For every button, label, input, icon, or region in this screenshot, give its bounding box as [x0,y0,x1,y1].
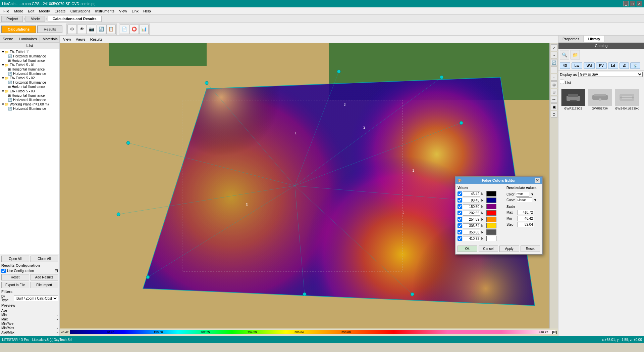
fce-apply-btn[interactable]: Apply [499,246,519,252]
vp-icon-10[interactable]: ⊙ [551,111,557,118]
fce-curve-arrow[interactable]: ▼ [534,198,537,202]
vp-icon-8[interactable]: ✏ [551,96,557,103]
fce-color-7[interactable] [486,236,496,241]
titlebar-controls[interactable]: _ □ ✕ [623,1,642,6]
vp-icon-3[interactable]: 🔄 [551,59,557,66]
fce-check-6[interactable] [458,230,462,234]
menu-modify[interactable]: Modify [37,8,52,14]
fce-step-input[interactable] [517,222,534,227]
config-icon[interactable]: ⊟ [55,268,58,273]
fce-curve-input[interactable] [517,197,532,202]
fce-max-input[interactable] [517,210,534,215]
tree-expand[interactable]: ▼ [1,63,5,67]
format-btn-print[interactable]: 🖨 [620,62,629,69]
tree-expand[interactable]: ▼ [1,102,5,106]
tb-btn-5[interactable]: 📋 [106,25,116,34]
vp-icon-1[interactable]: ⤢ [551,44,557,51]
menu-link[interactable]: Link [130,8,141,14]
fce-input-1[interactable] [463,198,480,203]
fce-check-1[interactable] [458,198,462,203]
format-btn-pv[interactable]: PV [596,62,606,69]
tb-btn-3[interactable]: 📷 [87,25,96,34]
left-tab-materials[interactable]: Materials [40,36,60,42]
tb-btn-4[interactable]: 🔄 [97,25,106,34]
tree-item-11[interactable]: 🔄Horizontal Illuminance [1,98,59,102]
tree-item-8[interactable]: ⊞Horizontal Illuminance [1,85,59,89]
fce-check-0[interactable] [458,191,462,196]
fce-color-input[interactable] [516,192,529,196]
format-btn-signal[interactable]: 📡 [630,62,640,69]
menu-calculations[interactable]: Calculations [68,8,93,14]
tree-expand[interactable]: ▼ [1,50,5,54]
open-all-btn[interactable]: Open All [1,256,29,262]
vp-icon-7[interactable]: ⊞ [551,89,557,95]
tree-expand[interactable]: ▼ [1,76,5,80]
tb-btn-2[interactable]: 👁 [77,25,87,34]
tb-btn-6[interactable]: 📄 [120,25,129,34]
fce-color-2[interactable] [486,204,496,209]
reset-btn[interactable]: Reset [1,274,29,280]
vp-icon-4[interactable]: + [551,67,557,73]
filter-type-select[interactable]: [Surf / Zoom / Calc-Obs] [14,296,58,301]
fce-input-5[interactable] [463,223,480,228]
tree-item-4[interactable]: ⊞Horizontal Illuminance [1,67,59,72]
right-tab-properties[interactable]: Properties [558,36,584,42]
tree-item-12[interactable]: ▼📁Working Plane (h=1.00 m) [1,102,59,106]
tb-btn-8[interactable]: 📊 [139,25,149,34]
fce-color-5[interactable] [486,223,496,228]
fce-check-3[interactable] [458,211,462,215]
viewport[interactable]: View Views Results 46.42 98.46 150.50 20… [60,36,558,336]
menu-view[interactable]: View [117,8,129,14]
tree-item-6[interactable]: ▼📁Eh- Fútbol 5 - 02 [1,76,59,80]
vp-icon-9[interactable]: ▣ [551,103,557,110]
close-btn[interactable]: ✕ [637,1,642,6]
menu-mode[interactable]: Mode [12,8,25,14]
fce-input-4[interactable] [463,217,480,222]
tree-item-2[interactable]: ⊞Horizontal Illuminance [1,58,59,63]
tree-item-3[interactable]: ▼📁Eh- Fútbol 5 - 01 [1,63,59,67]
tree-item-0[interactable]: ▼📁Eh- Fútbol 11 [1,50,59,54]
menu-create[interactable]: Create [53,8,68,14]
menu-file[interactable]: File [1,8,11,14]
viewport-menu-views[interactable]: Views [74,37,88,42]
vp-icon-2[interactable]: ↔ [551,52,557,58]
display-as-select[interactable]: Gewiss SpA [578,72,643,77]
menu-edit[interactable]: Edit [26,8,36,14]
fce-input-7[interactable] [463,236,480,241]
fce-ok-btn[interactable]: Ok [458,246,477,252]
left-tab-luminaires[interactable]: Luminaires [16,36,40,42]
breadcrumb-mode[interactable]: Mode [25,16,45,22]
format-btn-lw[interactable]: Lw [572,62,582,69]
tree-expand[interactable]: ▼ [1,89,5,93]
viewport-menu-view[interactable]: View [61,37,73,42]
fce-min-input[interactable] [517,216,534,221]
fce-check-4[interactable] [458,217,462,222]
export-btn[interactable]: Export in File [1,282,29,288]
fce-color-3[interactable] [486,210,496,216]
list-checkbox[interactable] [560,80,564,84]
menu-help[interactable]: Help [141,8,153,14]
tree-item-5[interactable]: 🔄Horizontal Illuminance [1,72,59,76]
maximize-btn[interactable]: □ [630,1,635,6]
file-import-btn[interactable]: File Import [31,282,58,288]
fce-check-7[interactable] [458,236,462,241]
right-icon-search[interactable]: 🔍 [560,50,569,59]
use-config-checkbox[interactable] [1,269,6,273]
fce-color-4[interactable] [486,217,496,222]
fce-color-1[interactable] [486,197,496,203]
tree-item-13[interactable]: 🔄Horizontal Illuminance [1,106,59,111]
product-gwp2173cs[interactable]: GWP2173CS [561,89,585,110]
fce-check-2[interactable] [458,204,462,209]
fce-close-btn[interactable]: ✕ [535,178,540,183]
product-gws4041gs30k[interactable]: GWS4041GS30K [615,89,639,110]
right-tab-library[interactable]: Library [584,36,604,42]
fce-color-0[interactable] [486,191,496,196]
close-all-btn[interactable]: Close All [31,256,58,262]
product-gwr5173m[interactable]: GWR5173M [588,89,612,110]
fce-input-6[interactable] [463,230,480,235]
tree-item-9[interactable]: ▼📁Eh- Fútbol 5 - 03 [1,89,59,93]
vp-icon-6[interactable]: ◎ [551,81,557,88]
format-btn-wd[interactable]: Wd [584,62,595,69]
breadcrumb-project[interactable]: Project [1,16,23,22]
fce-check-5[interactable] [458,223,462,228]
